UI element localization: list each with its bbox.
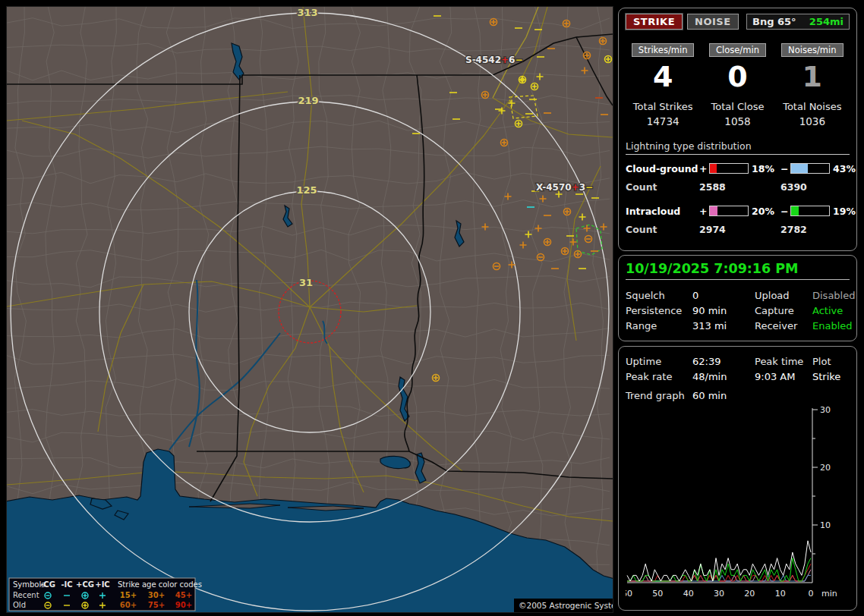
trend-graph[interactable]: 1020306050403020100min bbox=[626, 407, 850, 605]
legend-text: -IC bbox=[61, 580, 72, 589]
strike-symbol-cpd bbox=[519, 77, 526, 83]
legend-text: +CG bbox=[76, 580, 94, 589]
uptime-label: Uptime bbox=[626, 356, 692, 367]
strike-age-code: 45+ bbox=[175, 591, 192, 599]
upload-label: Upload bbox=[755, 290, 812, 301]
peak-rate-label: Peak rate bbox=[626, 371, 692, 382]
range-ring-label: 125 bbox=[296, 184, 317, 196]
noises-per-min-value: 1 bbox=[775, 61, 850, 93]
range-label: Range bbox=[626, 320, 692, 332]
plot-label: Plot bbox=[812, 356, 850, 367]
peak-time-value: 9:03 AM bbox=[755, 371, 812, 382]
plus-sign: + bbox=[699, 163, 709, 174]
total-close-label: Total Close bbox=[700, 101, 774, 112]
plot-mode-value: Strike bbox=[812, 371, 850, 382]
minus-sign: − bbox=[780, 206, 790, 217]
cloud-ground-negative-count: 6390 bbox=[780, 181, 850, 193]
range-value: 313 mi bbox=[692, 320, 755, 332]
trend-series-total bbox=[627, 541, 811, 581]
trend-axes bbox=[627, 408, 812, 583]
x-tick-label: 20 bbox=[744, 589, 755, 599]
strike-age-code: 15+ bbox=[120, 591, 137, 599]
strike-mode-button[interactable]: STRIKE bbox=[626, 14, 683, 30]
capture-label: Capture bbox=[755, 305, 812, 316]
cloud-ground-positive-bar bbox=[709, 163, 749, 174]
legend-text: Recent bbox=[13, 591, 39, 599]
x-tick-label: 60 bbox=[626, 589, 632, 599]
x-tick-label: 10 bbox=[775, 589, 786, 599]
x-tick-label: 0 bbox=[809, 589, 814, 599]
persistence-label: Persistence bbox=[626, 305, 692, 316]
bearing-label: Bng 65° bbox=[752, 16, 796, 27]
total-strikes-label: Total Strikes bbox=[626, 101, 700, 112]
range-ring-label: 31 bbox=[299, 277, 313, 288]
x-tick-label: 30 bbox=[714, 589, 724, 599]
upload-status: Disabled bbox=[812, 290, 855, 301]
noise-mode-button[interactable]: NOISE bbox=[687, 14, 739, 30]
close-per-min-value: 0 bbox=[700, 61, 774, 93]
strike-age-code: 60+ bbox=[120, 601, 137, 609]
strikestar-app-window: 31321912531S-4542+6−X-4570+3−Symbols-CG-… bbox=[0, 0, 864, 616]
x-axis-unit: min bbox=[821, 589, 837, 599]
bearing-readout: Bng 65° 254mi bbox=[746, 14, 850, 30]
cloud-ground-label: Cloud-ground bbox=[626, 163, 699, 174]
strikes-per-min-chip: Strikes/min bbox=[632, 43, 695, 57]
receiver-status: Enabled bbox=[812, 320, 853, 332]
y-tick-label: 20 bbox=[820, 463, 831, 473]
map-canvas: 31321912531S-4542+6−X-4570+3−Symbols-CG-… bbox=[7, 7, 613, 612]
total-noises-label: Total Noises bbox=[775, 101, 850, 112]
receiver-label: Receiver bbox=[755, 320, 812, 332]
peak-rate-value: 48/min bbox=[692, 371, 755, 382]
status-panel: 10/19/2025 7:09:16 PM Squelch 0 Upload D… bbox=[618, 255, 857, 341]
trend-graph-label: Trend graph bbox=[626, 390, 692, 405]
cloud-ground-negative-bar bbox=[790, 163, 830, 174]
session-trend-panel: Uptime 62:39 Peak time Plot Peak rate 48… bbox=[618, 346, 857, 611]
strike-age-code: 90+ bbox=[175, 601, 192, 609]
copyright-text: ©2005 Astrogenic Systems bbox=[519, 601, 613, 610]
bearing-range-value: 254mi bbox=[809, 16, 844, 27]
legend-text: +IC bbox=[95, 580, 109, 589]
x-tick-label: 40 bbox=[683, 589, 694, 599]
cloud-ground-positive-count: 2588 bbox=[699, 181, 780, 193]
map-legend: Symbols-CG-IC+CG+ICStrike age color code… bbox=[9, 578, 202, 611]
strikes-per-min-value: 4 bbox=[626, 61, 700, 93]
plus-sign: + bbox=[699, 206, 709, 217]
x-tick-label: 50 bbox=[652, 589, 663, 599]
total-noises-value: 1036 bbox=[775, 115, 850, 127]
total-close-value: 1058 bbox=[700, 115, 774, 127]
datetime-display: 10/19/2025 7:09:16 PM bbox=[626, 261, 850, 280]
intracloud-negative-bar bbox=[790, 206, 830, 216]
intracloud-positive-count: 2974 bbox=[699, 224, 780, 235]
storm-cell-label-x4570: X-4570+3− bbox=[536, 182, 593, 193]
squelch-label: Squelch bbox=[626, 290, 692, 301]
legend-text: Old bbox=[13, 601, 26, 609]
strike-age-code: 30+ bbox=[148, 591, 165, 599]
lightning-distribution-title: Lightning type distribution bbox=[626, 140, 850, 155]
y-tick-label: 30 bbox=[820, 407, 831, 415]
intracloud-negative-pct: 19% bbox=[830, 206, 860, 217]
count-label: Count bbox=[626, 224, 699, 235]
minus-sign: − bbox=[780, 163, 790, 174]
cloud-ground-negative-pct: 43% bbox=[830, 163, 860, 174]
strike-stats-panel: STRIKE NOISE Bng 65° 254mi Strikes/min C… bbox=[618, 8, 857, 251]
noises-per-min-chip: Noises/min bbox=[781, 43, 843, 57]
intracloud-positive-bar bbox=[709, 206, 749, 216]
capture-status: Active bbox=[812, 305, 850, 316]
persistence-value: 90 min bbox=[692, 305, 755, 316]
range-ring-label: 313 bbox=[297, 7, 317, 18]
intracloud-positive-pct: 20% bbox=[749, 206, 780, 217]
trend-series-red bbox=[627, 564, 811, 581]
intracloud-label: Intracloud bbox=[626, 206, 699, 217]
squelch-value: 0 bbox=[692, 290, 755, 301]
cloud-ground-positive-pct: 18% bbox=[749, 163, 780, 174]
peak-time-label: Peak time bbox=[755, 356, 812, 367]
count-label: Count bbox=[626, 181, 699, 193]
uptime-value: 62:39 bbox=[692, 356, 755, 367]
range-ring-label: 219 bbox=[298, 95, 318, 106]
legend-text: Strike age color codes bbox=[118, 580, 202, 589]
intracloud-negative-count: 2782 bbox=[780, 224, 850, 235]
close-per-min-chip: Close/min bbox=[709, 43, 766, 57]
storm-cell-label-s4542: S-4542+6− bbox=[465, 55, 523, 65]
lightning-map[interactable]: 31321912531S-4542+6−X-4570+3−Symbols-CG-… bbox=[6, 6, 613, 613]
trend-graph-value: 60 min bbox=[692, 390, 850, 405]
